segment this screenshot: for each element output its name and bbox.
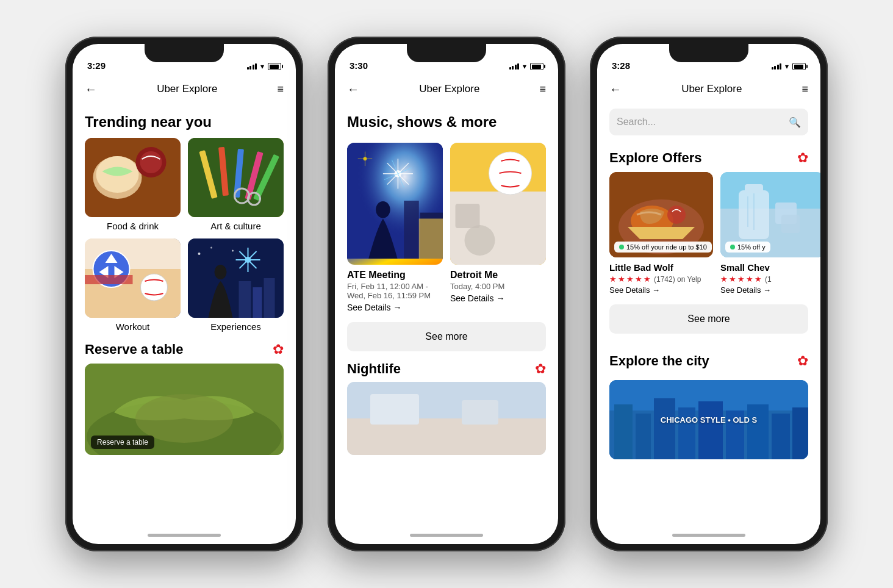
nightlife-image xyxy=(347,382,546,455)
star-3: ★ xyxy=(626,274,634,284)
workout-image xyxy=(85,238,181,318)
status-time-1: 3:29 xyxy=(87,60,106,71)
phones-container: 3:29 ▾ ← Uber Explore xyxy=(65,37,828,551)
menu-button-3[interactable]: ≡ xyxy=(802,84,808,95)
nav-title-1: Uber Explore xyxy=(157,83,217,95)
svg-point-4 xyxy=(140,151,162,173)
offer-badge-2: 15% off y xyxy=(725,242,770,253)
event-name-1: ATE Meeting xyxy=(347,270,443,281)
search-bar[interactable]: Search... 🔍 xyxy=(609,109,808,135)
menu-button-2[interactable]: ≡ xyxy=(539,84,546,95)
svg-rect-80 xyxy=(698,401,723,459)
event-image-2 xyxy=(450,143,546,265)
svg-rect-26 xyxy=(239,281,251,318)
see-more-music-button[interactable]: See more xyxy=(347,322,546,351)
home-indicator-2 xyxy=(335,526,558,544)
offer-badge-1: 15% off your ride up to $10 xyxy=(614,242,712,253)
nav-bar-3: ← Uber Explore ≡ xyxy=(597,74,820,104)
see-more-offers-button[interactable]: See more xyxy=(609,304,808,334)
nav-bar-1: ← Uber Explore ≡ xyxy=(73,74,296,104)
category-experiences[interactable]: Experiences xyxy=(188,238,284,332)
trending-title: Trending near you xyxy=(73,104,296,138)
category-art[interactable]: Art & culture xyxy=(188,138,284,231)
event-date-2: Today, 4:00 PM xyxy=(450,282,546,291)
offer-name-2: Small Chev xyxy=(720,262,820,273)
battery-icon-2 xyxy=(530,63,543,70)
event-illustration-1 xyxy=(347,143,443,265)
category-workout[interactable]: Workout xyxy=(85,238,181,332)
status-time-2: 3:30 xyxy=(350,60,368,71)
search-icon: 🔍 xyxy=(789,117,801,128)
nav-title-2: Uber Explore xyxy=(419,83,479,95)
experiences-label: Experiences xyxy=(210,321,261,332)
phone-1: 3:29 ▾ ← Uber Explore xyxy=(65,37,303,551)
offer-image-1: 15% off your ride up to $10 xyxy=(609,172,713,257)
svg-point-48 xyxy=(376,201,390,218)
event-illustration-2 xyxy=(450,143,546,265)
status-icons-3: ▾ xyxy=(772,62,806,71)
reserve-card[interactable]: Reserve a table xyxy=(85,364,284,455)
event-card-2[interactable]: Detroit Me Today, 4:00 PM See Details → xyxy=(450,143,546,312)
yelp-icon-2: ✿ xyxy=(535,361,546,377)
reserve-title: Reserve a table xyxy=(85,342,183,357)
city-image[interactable]: CHICAGO STYLE • OLD S xyxy=(609,380,808,459)
offer-link-2[interactable]: See Details → xyxy=(720,285,820,295)
svg-rect-68 xyxy=(745,184,763,193)
battery-icon-1 xyxy=(268,63,281,70)
city-section: CHICAGO STYLE • OLD S xyxy=(597,380,820,459)
experiences-illustration xyxy=(188,238,284,318)
city-header: Explore the city ✿ xyxy=(597,343,820,375)
offers-title: Explore Offers xyxy=(609,150,702,166)
event-name-2: Detroit Me xyxy=(450,270,546,281)
svg-rect-60 xyxy=(462,400,498,425)
back-button-2[interactable]: ← xyxy=(347,82,359,96)
menu-button-1[interactable]: ≡ xyxy=(277,84,284,95)
signal-icon-3 xyxy=(772,63,782,70)
svg-point-29 xyxy=(198,253,201,255)
category-food[interactable]: Food & drink xyxy=(85,138,181,231)
food-illustration xyxy=(85,138,181,217)
review-count-1: (1742) on Yelp xyxy=(654,275,701,284)
event-link-1[interactable]: See Details → xyxy=(347,303,443,312)
wifi-icon-1: ▾ xyxy=(260,62,264,71)
offer-card-1[interactable]: 15% off your ride up to $10 Little Bad W… xyxy=(609,172,713,295)
reserve-header: Reserve a table ✿ xyxy=(73,332,296,364)
offer-stars-2: ★ ★ ★ ★ ★ (1 xyxy=(720,274,820,284)
events-section: ATE Meeting Fri, Feb 11, 12:00 AM - Wed,… xyxy=(335,143,558,312)
svg-point-25 xyxy=(215,265,227,279)
offer-name-1: Little Bad Wolf xyxy=(609,262,713,273)
offer-card-2[interactable]: 15% off y Small Chev ★ ★ ★ ★ ★ (1 See xyxy=(720,172,820,295)
event-link-2[interactable]: See Details → xyxy=(450,293,546,303)
svg-rect-59 xyxy=(370,394,419,425)
battery-icon-3 xyxy=(792,63,806,70)
notch-1 xyxy=(145,44,224,62)
phone-3-content: Search... 🔍 Explore Offers ✿ xyxy=(597,104,820,526)
svg-rect-83 xyxy=(772,414,790,459)
svg-rect-18 xyxy=(85,275,133,284)
status-icons-2: ▾ xyxy=(509,62,544,71)
svg-point-54 xyxy=(489,152,532,195)
art-image xyxy=(188,138,284,217)
notch-2 xyxy=(407,44,486,62)
phone-1-content: Trending near you xyxy=(73,104,296,526)
music-title: Music, shows & more xyxy=(335,104,558,138)
event-card-1[interactable]: ATE Meeting Fri, Feb 11, 12:00 AM - Wed,… xyxy=(347,143,443,312)
phone-2-content: Music, shows & more xyxy=(335,104,558,526)
nav-bar-2: ← Uber Explore ≡ xyxy=(335,74,558,104)
phone-2-screen: 3:30 ▾ ← Uber Explore ≡ xyxy=(335,44,558,544)
city-title: Explore the city xyxy=(609,353,709,369)
category-grid: Food & drink xyxy=(73,138,296,332)
back-button-3[interactable]: ← xyxy=(609,82,622,96)
svg-rect-77 xyxy=(636,414,651,459)
back-button-1[interactable]: ← xyxy=(85,82,97,96)
food-image xyxy=(85,138,181,217)
signal-icon-2 xyxy=(509,63,520,70)
offer-link-1[interactable]: See Details → xyxy=(609,285,713,295)
reserve-badge: Reserve a table xyxy=(91,436,154,449)
workout-illustration xyxy=(85,238,181,318)
yelp-icon-1: ✿ xyxy=(273,342,284,357)
status-icons-1: ▾ xyxy=(247,62,282,71)
svg-rect-51 xyxy=(419,218,443,259)
event-date-1: Fri, Feb 11, 12:00 AM - Wed, Feb 16, 11:… xyxy=(347,282,443,300)
workout-label: Workout xyxy=(116,321,150,332)
